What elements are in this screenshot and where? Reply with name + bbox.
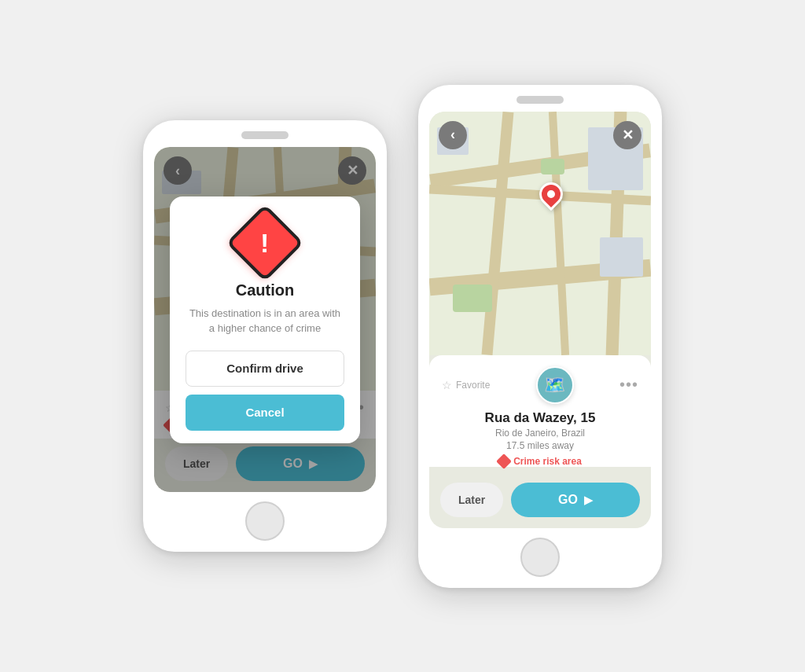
home-button-1[interactable] <box>245 501 285 541</box>
back-button-2[interactable]: ‹ <box>439 121 467 149</box>
place-distance-2: 17.5 miles away <box>442 440 638 451</box>
place-city-2: Rio de Janeiro, Brazil <box>442 428 638 439</box>
favorite-button-2[interactable]: ☆ Favorite <box>442 379 490 391</box>
back-icon-2: ‹ <box>450 127 455 143</box>
close-icon-2: ✕ <box>622 127 634 144</box>
map-background-2: ‹ ✕ <box>429 112 651 355</box>
caution-overlay: ! Caution This destination is in an area… <box>154 147 376 492</box>
caution-modal: ! Caution This destination is in an area… <box>170 196 360 443</box>
map-building <box>600 237 643 277</box>
dots-button-2[interactable]: ••• <box>619 376 638 394</box>
cancel-button-modal[interactable]: Cancel <box>186 395 344 431</box>
pin-dot <box>546 188 557 199</box>
pin-head <box>535 177 568 210</box>
go-button-2[interactable]: GO ▶ <box>511 483 640 517</box>
caution-diamond-icon: ! <box>226 204 304 281</box>
crime-badge-2: Crime risk area <box>442 456 638 467</box>
later-button-2[interactable]: Later <box>440 483 503 517</box>
confirm-drive-button[interactable]: Confirm drive <box>186 351 344 387</box>
favorite-label-2: Favorite <box>456 380 490 391</box>
map-pin <box>539 182 563 206</box>
crime-diamond-icon-2 <box>496 454 512 469</box>
phone-screen-2: ‹ ✕ ☆ Favorite 🗺️ ••• Rua da Wazey, 15 R <box>429 112 651 528</box>
map-road <box>549 112 569 355</box>
phone-notch-2 <box>516 96 564 104</box>
crime-label-2: Crime risk area <box>513 456 582 467</box>
go-arrow-icon-2: ▶ <box>584 494 593 506</box>
phone-notch-1 <box>241 131 289 139</box>
place-name-2: Rua da Wazey, 15 <box>442 410 638 426</box>
star-icon-2: ☆ <box>442 379 452 391</box>
caution-description: This destination is in an area with a hi… <box>186 306 344 336</box>
phone-1: ‹ ✕ ☆ Favorite ••• Crime r <box>143 120 387 552</box>
map-road <box>482 112 514 355</box>
go-label-2: GO <box>558 493 578 507</box>
map-green <box>541 159 564 174</box>
phone-screen-1: ‹ ✕ ☆ Favorite ••• Crime r <box>154 147 376 492</box>
location-avatar-2: 🗺️ <box>536 366 574 404</box>
caution-icon-wrap: ! <box>186 215 344 270</box>
caution-exclamation: ! <box>260 229 269 255</box>
caution-title: Caution <box>186 281 344 299</box>
phone-2: ‹ ✕ ☆ Favorite 🗺️ ••• Rua da Wazey, 15 R <box>418 85 662 588</box>
action-bar-2: Later GO ▶ <box>429 475 651 528</box>
home-button-2[interactable] <box>520 538 560 577</box>
close-button-2[interactable]: ✕ <box>613 121 641 149</box>
map-green <box>453 285 492 312</box>
destination-card-2: ☆ Favorite 🗺️ ••• Rua da Wazey, 15 Rio d… <box>429 355 651 467</box>
